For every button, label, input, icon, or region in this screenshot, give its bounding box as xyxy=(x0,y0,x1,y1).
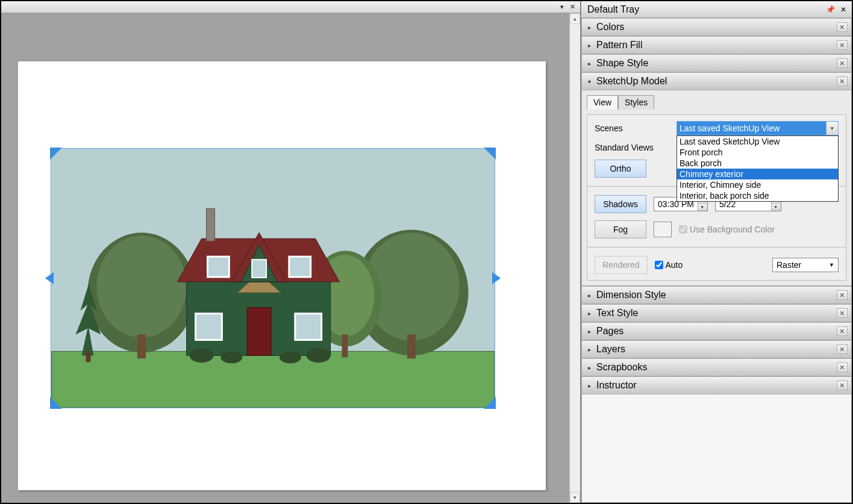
spin-down-icon[interactable]: ▾ xyxy=(772,204,781,211)
panel-label: Instructor xyxy=(596,380,837,391)
checkbox-input[interactable] xyxy=(655,261,663,269)
render-mode-select[interactable]: Raster ▼ xyxy=(772,258,839,272)
model-render xyxy=(51,149,495,408)
tray-header[interactable]: Default Tray 📌 ✕ xyxy=(581,1,852,18)
chevron-right-icon: ▸ xyxy=(588,24,596,31)
svg-rect-9 xyxy=(86,351,90,362)
panel-close-icon[interactable]: × xyxy=(837,362,848,372)
spin-down-icon[interactable]: ▾ xyxy=(698,204,707,211)
render-mode-value: Raster xyxy=(776,260,801,270)
svg-rect-1 xyxy=(52,351,495,408)
panel-close-icon[interactable]: × xyxy=(837,58,848,68)
tray-empty-area xyxy=(581,394,852,503)
resize-handle-tr[interactable] xyxy=(484,148,496,160)
pin-icon[interactable]: 📌 xyxy=(825,5,835,14)
scene-option[interactable]: Front porch xyxy=(677,147,838,158)
chevron-right-icon: ▸ xyxy=(588,382,596,389)
panel-pages[interactable]: ▸ Pages × xyxy=(581,322,852,340)
scenes-combo[interactable]: ▾ Last saved SketchUp View Front porch B… xyxy=(676,121,839,135)
panel-close-icon[interactable]: × xyxy=(837,290,848,300)
paper-sheet xyxy=(18,61,546,490)
resize-handle-bl[interactable] xyxy=(50,397,62,409)
panel-scrapbooks[interactable]: ▸ Scrapbooks × xyxy=(581,358,852,376)
fog-color-well[interactable] xyxy=(654,222,672,237)
chevron-down-icon: ▾ xyxy=(588,78,596,85)
resize-handle-br[interactable] xyxy=(484,397,496,409)
panel-label: Text Style xyxy=(596,308,837,319)
scene-option[interactable]: Interior, Chimney side xyxy=(677,179,838,190)
panel-close-icon[interactable]: × xyxy=(837,381,848,390)
model-tabs: View Styles xyxy=(587,95,846,110)
checkbox-label: Use Background Color xyxy=(690,225,775,234)
dropdown-icon[interactable]: ▾ xyxy=(560,3,564,11)
panel-close-icon[interactable]: × xyxy=(837,22,848,32)
chevron-down-icon[interactable]: ▾ xyxy=(826,122,838,135)
standard-views-label: Standard Views xyxy=(595,143,676,152)
document-window-controls: ▾ ✕ xyxy=(1,1,580,13)
svg-rect-4 xyxy=(137,335,146,359)
svg-rect-15 xyxy=(295,314,322,340)
close-icon[interactable]: ✕ xyxy=(570,3,575,11)
checkbox-input[interactable] xyxy=(679,225,687,234)
chevron-right-icon: ▸ xyxy=(588,328,596,335)
sketchup-model-body: View Styles Scenes ▾ Last saved SketchUp… xyxy=(581,90,852,286)
panel-text-style[interactable]: ▸ Text Style × xyxy=(581,304,852,322)
close-icon[interactable]: ✕ xyxy=(839,5,848,14)
panel-close-icon[interactable]: × xyxy=(837,40,848,50)
document-area: ▾ ✕ xyxy=(1,1,581,503)
vertical-scrollbar[interactable]: ▴ ▾ xyxy=(569,13,580,503)
view-group: Scenes ▾ Last saved SketchUp View Front … xyxy=(587,114,846,281)
chevron-right-icon: ▸ xyxy=(588,292,596,299)
svg-rect-23 xyxy=(289,257,311,277)
panel-sketchup-model[interactable]: ▾ SketchUp Model × xyxy=(581,72,852,90)
auto-checkbox[interactable]: Auto xyxy=(655,260,683,270)
panel-label: SketchUp Model xyxy=(596,76,837,87)
panel-label: Pattern Fill xyxy=(596,40,837,51)
rendered-button: Rendered xyxy=(595,256,648,274)
svg-rect-21 xyxy=(252,260,266,278)
tab-styles[interactable]: Styles xyxy=(618,95,654,110)
chevron-right-icon: ▸ xyxy=(588,310,596,317)
svg-rect-12 xyxy=(342,335,348,358)
scroll-down-icon[interactable]: ▾ xyxy=(570,492,580,503)
panel-label: Layers xyxy=(596,344,837,355)
panel-label: Pages xyxy=(596,326,837,337)
resize-handle-tl[interactable] xyxy=(50,148,62,160)
scenes-dropdown: Last saved SketchUp View Front porch Bac… xyxy=(676,135,839,202)
panel-layers[interactable]: ▸ Layers × xyxy=(581,340,852,358)
panel-close-icon[interactable]: × xyxy=(837,344,848,354)
scroll-up-icon[interactable]: ▴ xyxy=(570,13,580,24)
scene-option[interactable]: Last saved SketchUp View xyxy=(677,136,838,147)
document-canvas[interactable]: ▴ ▾ xyxy=(1,13,580,503)
model-viewport[interactable] xyxy=(51,148,495,408)
scene-option[interactable]: Interior, back porch side xyxy=(677,190,838,201)
chevron-right-icon: ▸ xyxy=(588,364,596,371)
panel-close-icon[interactable]: × xyxy=(837,308,848,318)
panel-pattern-fill[interactable]: ▸ Pattern Fill × xyxy=(581,36,852,54)
scenes-input[interactable] xyxy=(676,121,839,135)
shadows-button[interactable]: Shadows xyxy=(595,195,646,213)
svg-point-25 xyxy=(190,348,214,362)
chevron-right-icon: ▸ xyxy=(588,42,596,49)
panel-label: Scrapbooks xyxy=(596,362,837,373)
panel-close-icon[interactable]: × xyxy=(837,326,848,336)
panel-label: Dimension Style xyxy=(596,290,837,300)
chevron-right-icon: ▸ xyxy=(588,60,596,67)
panel-colors[interactable]: ▸ Colors × xyxy=(581,18,852,36)
resize-handle-ml[interactable] xyxy=(45,272,54,284)
scene-option[interactable]: Back porch xyxy=(677,158,838,169)
panel-dimension-style[interactable]: ▸ Dimension Style × xyxy=(581,286,852,304)
panel-instructor[interactable]: ▸ Instructor × xyxy=(581,376,852,394)
panel-close-icon[interactable]: × xyxy=(837,76,848,86)
svg-point-28 xyxy=(307,348,331,362)
scroll-track[interactable] xyxy=(570,24,580,492)
default-tray: Default Tray 📌 ✕ ▸ Colors × ▸ Pattern Fi… xyxy=(581,1,852,503)
fog-button[interactable]: Fog xyxy=(595,220,646,238)
ortho-button[interactable]: Ortho xyxy=(595,160,646,178)
chevron-right-icon: ▸ xyxy=(588,346,596,353)
tab-view[interactable]: View xyxy=(587,95,618,110)
resize-handle-mr[interactable] xyxy=(492,272,501,284)
panel-shape-style[interactable]: ▸ Shape Style × xyxy=(581,54,852,72)
scene-option[interactable]: Chimney exterior xyxy=(677,169,838,179)
use-background-color-checkbox[interactable]: Use Background Color xyxy=(679,225,775,234)
